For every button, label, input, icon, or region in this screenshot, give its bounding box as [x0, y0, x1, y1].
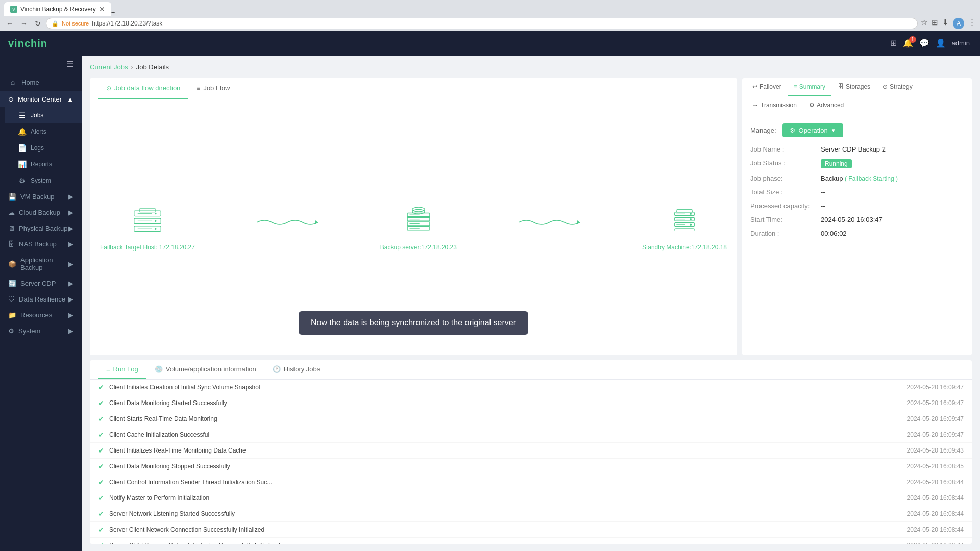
user-icon[interactable]: 👤 — [936, 38, 946, 48]
sidebar-section-servercdp[interactable]: 🔄 Server CDP ▶ — [0, 276, 82, 291]
log-check-icon: ✔ — [98, 399, 104, 407]
connector-2 — [457, 217, 642, 228]
url-text: https://172.18.20.23/?task — [92, 20, 162, 27]
close-tab-button[interactable]: ✕ — [99, 5, 105, 13]
sidebar-section-appbackup[interactable]: 📦 Application Backup ▶ — [0, 252, 82, 276]
log-time: 2024-05-20 16:08:44 — [907, 510, 964, 517]
tab-advanced[interactable]: ⚙ Advanced — [803, 96, 850, 115]
failback-link[interactable]: ( Failback Starting ) — [845, 175, 898, 182]
info-row-starttime: Start Time: 2024-05-20 16:03:47 — [750, 216, 964, 223]
tab-job-data-flow[interactable]: ⊙ Job data flow direction — [98, 78, 188, 99]
log-text: Client Cache Initialization Successful — [109, 431, 902, 438]
reports-icon: 📊 — [17, 160, 27, 168]
log-check-icon: ✔ — [98, 383, 104, 391]
user-label[interactable]: admin — [952, 38, 970, 48]
download-icon[interactable]: ⬇ — [942, 18, 949, 29]
sidebar-section-resources[interactable]: 📁 Resources ▶ — [0, 307, 82, 323]
tab-volume-info[interactable]: 💿 Volume/application information — [146, 360, 264, 379]
sidebar-item-home[interactable]: ⌂ Home — [0, 73, 82, 91]
operation-button[interactable]: ⚙ Operation ▼ — [782, 123, 843, 137]
chat-icon[interactable]: 💬 — [919, 38, 929, 48]
log-text: Client Data Monitoring Started Successfu… — [109, 399, 902, 407]
tab-run-log[interactable]: ≡ Run Log — [98, 360, 146, 379]
home-icon: ⌂ — [8, 78, 17, 86]
sidebar-section-monitor[interactable]: ⊙ Monitor Center ▲ — [0, 91, 82, 107]
log-check-icon: ✔ — [98, 510, 104, 518]
tab-history-jobs[interactable]: 🕐 History Jobs — [264, 360, 329, 379]
system-sub-icon: ⚙ — [17, 177, 27, 185]
sidebar-resources-label: Resources — [20, 311, 52, 319]
transmission-label: Transmission — [761, 102, 797, 109]
sidebar-system-sub-label: System — [31, 177, 51, 184]
sidebar-item-alerts[interactable]: 🔔 Alerts — [5, 123, 82, 140]
sidebar-section-cloudbackup[interactable]: ☁ Cloud Backup ▶ — [0, 205, 82, 220]
manage-row: Manage: ⚙ Operation ▼ — [750, 123, 964, 137]
sidebar-section-system[interactable]: ⚙ System ▶ — [0, 323, 82, 339]
node-ip-2[interactable]: 172.18.20.23 — [421, 244, 457, 251]
node-backup-server: Backup server:172.18.20.23 — [380, 204, 457, 251]
node-ip-3[interactable]: 172.18.20.18 — [691, 244, 727, 251]
sidebar-section-vmbackup[interactable]: 💾 VM Backup ▶ — [0, 189, 82, 205]
log-check-icon: ✔ — [98, 494, 104, 502]
chevron-up-icon: ▲ — [67, 95, 74, 103]
sidebar-item-logs[interactable]: 📄 Logs — [5, 140, 82, 156]
log-check-icon: ✔ — [98, 446, 104, 455]
browser-tabs: V Vinchin Backup & Recovery ✕ + — [0, 0, 980, 16]
sidebar-item-reports[interactable]: 📊 Reports — [5, 156, 82, 172]
log-time: 2024-05-20 16:09:47 — [907, 431, 964, 438]
sidebar: vinchin ☰ ⌂ Home ⊙ Monitor Center ▲ ☰ Jo… — [0, 31, 82, 551]
transmission-icon: ↔ — [752, 102, 758, 109]
tab-strategy[interactable]: ⊙ Strategy — [876, 78, 919, 96]
extensions-icon[interactable]: ⊞ — [932, 18, 938, 29]
svg-marker-10 — [315, 220, 318, 224]
node-ip-1[interactable]: 172.18.20.27 — [159, 244, 195, 251]
new-tab-button[interactable]: + — [111, 9, 115, 16]
menu-dots-icon[interactable]: ⋮ — [968, 18, 976, 29]
tab-failover[interactable]: ↩ Failover — [746, 78, 788, 96]
sidebar-section-physicalbackup[interactable]: 🖥 Physical Backup ▶ — [0, 220, 82, 236]
sidebar-menu-icon[interactable]: ☰ — [66, 59, 74, 69]
address-bar[interactable]: 🔒 Not secure https://172.18.20.23/?task — [46, 18, 918, 29]
page-content: Current Jobs › Job Details ⊙ Job data fl… — [82, 56, 980, 551]
sidebar-item-jobs[interactable]: ☰ Jobs — [5, 107, 82, 123]
connector-svg-1 — [257, 217, 318, 228]
breadcrumb-parent[interactable]: Current Jobs — [90, 63, 128, 71]
log-check-icon: ✔ — [98, 415, 104, 423]
history-jobs-label: History Jobs — [284, 365, 321, 373]
server-icon-3 — [667, 204, 702, 240]
top-bar-icons: ⊞ 🔔 1 💬 👤 admin — [890, 38, 970, 48]
operation-btn-icon: ⚙ — [790, 127, 796, 134]
svg-rect-25 — [676, 209, 693, 212]
log-item: ✔ Server Network Listening Started Succe… — [90, 506, 972, 522]
tab-storages[interactable]: 🗄 Storages — [831, 78, 876, 96]
tab-summary[interactable]: ≡ Summary — [788, 78, 831, 96]
right-panel: ↩ Failover ≡ Summary 🗄 Storages ⊙ — [742, 78, 972, 355]
resources-icon: 📁 — [8, 311, 16, 319]
profile-icon[interactable]: A — [953, 18, 964, 29]
svg-point-2 — [155, 212, 157, 214]
notification-bell[interactable]: 🔔 1 — [903, 38, 913, 48]
tab-job-flow[interactable]: ≡ Job Flow — [188, 78, 238, 99]
server-icon-1 — [130, 204, 165, 240]
log-list: ✔ Client Initiates Creation of Initial S… — [90, 380, 972, 544]
tab-transmission[interactable]: ↔ Transmission — [746, 96, 803, 115]
flow-icon: ⊙ — [106, 85, 111, 92]
refresh-button[interactable]: ↻ — [33, 18, 43, 29]
info-row-duration: Duration : 00:06:02 — [750, 230, 964, 237]
sidebar-section-dataresilience[interactable]: 🛡 Data Resilience ▶ — [0, 291, 82, 307]
not-secure-label: Not secure — [62, 20, 89, 27]
bookmark-star-icon[interactable]: ☆ — [921, 18, 927, 29]
info-row-processed: Processed capacity: -- — [750, 202, 964, 210]
back-button[interactable]: ← — [4, 18, 15, 29]
grid-icon[interactable]: ⊞ — [890, 38, 897, 48]
sidebar-item-system-sub[interactable]: ⚙ System — [5, 172, 82, 189]
svg-rect-9 — [139, 208, 156, 212]
cloud-backup-icon: ☁ — [8, 209, 15, 216]
log-item: ✔ Client Initializes Real-Time Monitorin… — [90, 443, 972, 459]
sidebar-section-nasbackup[interactable]: 🗄 NAS Backup ▶ — [0, 236, 82, 252]
forward-button[interactable]: → — [18, 18, 30, 29]
browser-right-icons: ☆ ⊞ ⬇ A ⋮ — [921, 18, 976, 29]
active-tab[interactable]: V Vinchin Backup & Recovery ✕ — [4, 2, 111, 16]
logo-prefix: vin — [8, 38, 24, 49]
duration-value: 00:06:02 — [821, 230, 847, 237]
